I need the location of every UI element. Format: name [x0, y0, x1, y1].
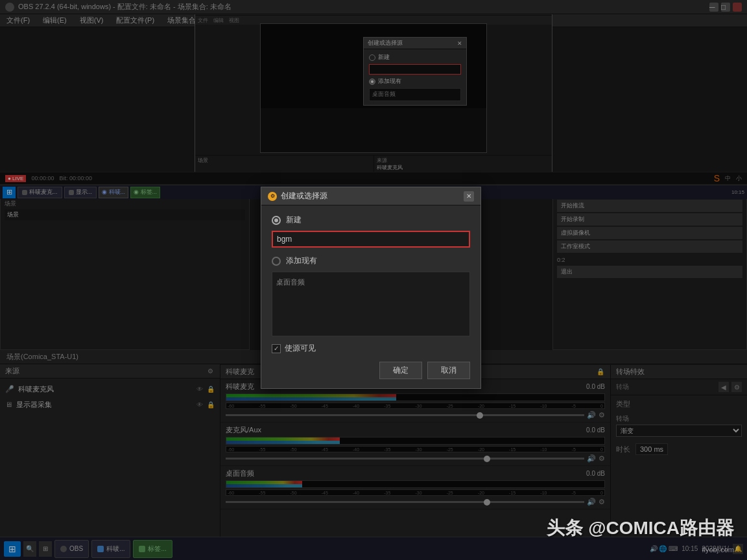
watermark-small: flyobj.com: [702, 546, 734, 554]
watermark-main: 头条 @COMICA路由器: [547, 518, 734, 538]
watermark-text: 头条 @COMICA路由器: [547, 516, 734, 541]
radio-add-circle[interactable]: [272, 257, 281, 266]
dialog-close-button[interactable]: ✕: [464, 191, 474, 202]
radio-add-option[interactable]: 添加现有: [272, 255, 470, 266]
existing-source-item-desktop[interactable]: 桌面音频: [276, 276, 466, 288]
visible-checkbox-label: 使源可见: [285, 343, 316, 354]
dialog-title-text: 创建或选择源: [281, 191, 327, 202]
existing-sources-list: 桌面音频: [272, 272, 470, 336]
source-name-input[interactable]: [272, 231, 470, 248]
dialog-body: 新建 添加现有 桌面音频 使源可见 确定 取消: [261, 205, 480, 388]
radio-new-circle[interactable]: [272, 216, 281, 225]
dialog-titlebar: ⚙ 创建或选择源 ✕: [261, 187, 480, 205]
dialog-buttons: 确定 取消: [272, 362, 470, 379]
radio-new-label: 新建: [286, 215, 302, 226]
dialog-gear-icon: ⚙: [268, 192, 277, 201]
dialog-title-group: ⚙ 创建或选择源: [268, 191, 327, 202]
ok-button[interactable]: 确定: [379, 362, 422, 379]
radio-new-option[interactable]: 新建: [272, 215, 470, 226]
cancel-button[interactable]: 取消: [427, 362, 470, 379]
radio-add-label: 添加现有: [286, 255, 317, 266]
visible-checkbox-row[interactable]: 使源可见: [272, 343, 470, 354]
create-source-dialog: ⚙ 创建或选择源 ✕ 新建 添加现有 桌面音频 使源可见 确定 取消: [261, 187, 481, 389]
visible-checkbox[interactable]: [272, 344, 281, 353]
